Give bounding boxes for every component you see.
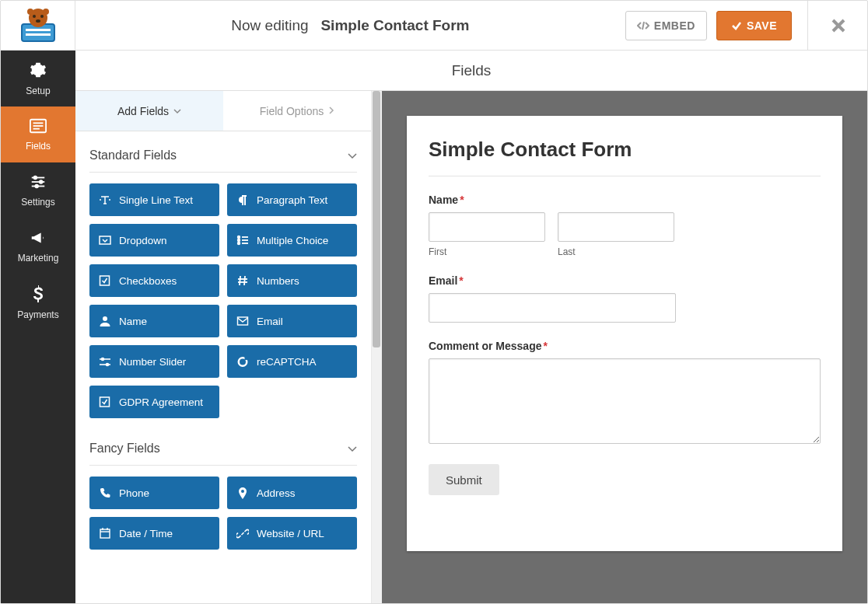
svg-rect-40: [238, 317, 248, 325]
embed-code-icon: [637, 20, 649, 31]
field-row-comment[interactable]: Comment or Message*: [429, 340, 821, 447]
email-input[interactable]: [429, 293, 676, 323]
section-fancy-fields[interactable]: Fancy Fields: [75, 424, 371, 465]
field-numbers[interactable]: Numbers: [227, 264, 357, 297]
user-icon: [99, 315, 111, 327]
svg-point-44: [107, 363, 109, 365]
sidebar-item-settings[interactable]: Settings: [1, 162, 75, 218]
sidebar-item-payments[interactable]: Payments: [1, 274, 75, 330]
svg-point-6: [36, 19, 40, 23]
link-icon: [236, 527, 249, 539]
chevron-right-icon: [328, 106, 334, 117]
svg-rect-2: [26, 33, 51, 36]
panel-scrollbar-track[interactable]: [371, 91, 382, 603]
sidebar-item-marketing[interactable]: Marketing: [1, 218, 75, 274]
required-mark: *: [459, 274, 463, 287]
field-number-slider[interactable]: Number Slider: [89, 345, 219, 378]
close-icon: [831, 18, 846, 33]
sidebar-item-fields[interactable]: Fields: [1, 106, 75, 162]
text-icon: [99, 194, 111, 206]
form-card[interactable]: Simple Contact Form Name* First Last: [407, 116, 842, 551]
svg-line-36: [244, 276, 245, 285]
comment-textarea[interactable]: [429, 358, 821, 444]
chevron-down-icon: [173, 106, 181, 117]
email-label: Email*: [429, 274, 821, 287]
tab-field-options-label: Field Options: [260, 105, 324, 117]
fields-panel: Add Fields Field Options Standard F: [75, 91, 382, 603]
first-name-sublabel: First: [429, 246, 545, 257]
dollar-icon: [33, 285, 44, 305]
sidebar-label-settings: Settings: [21, 197, 54, 208]
envelope-icon: [236, 315, 249, 327]
wpforms-logo-icon: [16, 7, 61, 44]
field-date-time[interactable]: Date / Time: [89, 517, 219, 550]
calendar-icon: [99, 527, 111, 539]
tab-add-fields[interactable]: Add Fields: [75, 91, 223, 131]
form-preview: Simple Contact Form Name* First Last: [382, 91, 867, 603]
field-row-email[interactable]: Email*: [429, 274, 821, 323]
fields-heading: Fields: [75, 51, 867, 91]
field-address[interactable]: Address: [227, 477, 357, 509]
save-label: SAVE: [747, 19, 777, 32]
panel-scrollbar-thumb[interactable]: [373, 91, 380, 347]
submit-button[interactable]: Submit: [429, 464, 499, 495]
field-checkboxes[interactable]: Checkboxes: [89, 264, 219, 297]
svg-rect-46: [100, 397, 110, 407]
dropdown-icon: [99, 234, 111, 246]
svg-rect-47: [100, 529, 110, 538]
field-website-url[interactable]: Website / URL: [227, 517, 357, 550]
tab-add-fields-label: Add Fields: [117, 105, 169, 117]
svg-point-17: [34, 176, 37, 179]
sidebar-item-setup[interactable]: Setup: [1, 51, 75, 106]
sliders-icon: [99, 355, 111, 368]
tab-field-options[interactable]: Field Options: [223, 91, 371, 131]
svg-rect-1: [26, 29, 51, 31]
sliders-icon: [30, 174, 47, 192]
sidebar-label-setup: Setup: [26, 86, 50, 96]
embed-button[interactable]: EMBED: [625, 11, 707, 40]
close-button[interactable]: [817, 18, 859, 33]
field-gdpr-agreement[interactable]: GDPR Agreement: [89, 386, 219, 418]
section-standard-fields[interactable]: Standard Fields: [75, 131, 371, 172]
phone-icon: [99, 487, 111, 499]
svg-point-30: [238, 239, 240, 242]
field-multiple-choice[interactable]: Multiple Choice: [227, 224, 357, 257]
field-name[interactable]: Name: [89, 305, 219, 337]
field-phone[interactable]: Phone: [89, 477, 219, 509]
section-fancy-title: Fancy Fields: [89, 442, 160, 456]
required-mark: *: [460, 194, 464, 206]
svg-line-35: [240, 276, 240, 285]
form-icon: [30, 118, 47, 136]
field-dropdown[interactable]: Dropdown: [89, 224, 219, 257]
now-editing-label: Now editing: [231, 17, 308, 33]
last-name-input[interactable]: [558, 212, 674, 242]
checkbox-icon: [99, 274, 111, 287]
svg-point-19: [40, 180, 43, 183]
field-paragraph-text[interactable]: Paragraph Text: [227, 183, 357, 216]
field-email[interactable]: Email: [227, 305, 357, 337]
svg-point-32: [238, 243, 240, 245]
sidebar-label-payments: Payments: [17, 309, 58, 320]
map-pin-icon: [236, 487, 249, 499]
form-name: Simple Contact Form: [320, 17, 469, 33]
comment-label: Comment or Message*: [429, 340, 821, 352]
svg-point-5: [40, 15, 44, 18]
required-mark: *: [543, 340, 547, 352]
checkbox-icon: [99, 396, 111, 408]
save-button[interactable]: SAVE: [716, 11, 792, 40]
sidebar-label-marketing: Marketing: [18, 253, 59, 264]
field-single-line-text[interactable]: Single Line Text: [89, 183, 219, 216]
app-logo: [1, 1, 75, 51]
bullhorn-icon: [30, 230, 47, 248]
field-recaptcha[interactable]: reCAPTCHA: [227, 345, 357, 378]
check-icon: [731, 20, 742, 31]
fancy-fields-grid: Phone Address Date / Time Website / URL: [75, 466, 371, 556]
chevron-down-icon: [348, 442, 357, 456]
svg-point-7: [27, 9, 33, 15]
list-icon: [236, 234, 249, 246]
preview-form-title: Simple Contact Form: [429, 138, 821, 162]
section-standard-title: Standard Fields: [89, 148, 177, 162]
first-name-input[interactable]: [429, 212, 545, 242]
svg-rect-27: [100, 236, 110, 244]
field-row-name[interactable]: Name* First Last: [429, 194, 821, 257]
